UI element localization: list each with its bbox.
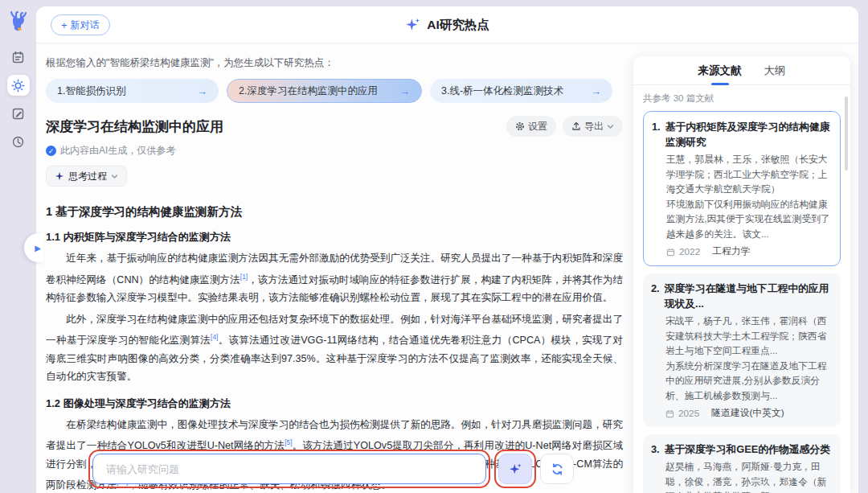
- refresh-icon: [551, 462, 564, 476]
- deer-logo[interactable]: [6, 10, 31, 34]
- reference-card[interactable]: 3.基于深度学习和GEE的作物遥感分类赵昊楠，马海燕，阿斯娅·曼力克，田聪，徐俊…: [643, 434, 841, 493]
- reference-authors: 宋战平，杨子凡，张玉伟，霍润科（西安建筑科技大学土木工程学院；陕西省岩土与地下空…: [651, 314, 833, 359]
- article-heading: 1.1 内积矩阵与深度学习结合的监测方法: [46, 230, 623, 244]
- sidebar-item-history[interactable]: [7, 131, 30, 152]
- article-heading: 1.2 图像处理与深度学习结合的监测方法: [46, 396, 623, 411]
- regenerate-button[interactable]: [540, 454, 574, 484]
- research-question-input[interactable]: [92, 454, 486, 484]
- reference-title: 基于深度学习和GEE的作物遥感分类: [665, 442, 830, 457]
- history-clock-icon: [11, 135, 25, 149]
- reference-title: 深度学习在隧道与地下工程中的应用现状及...: [665, 281, 833, 311]
- calendar-icon: [665, 409, 674, 418]
- reference-title: 基于内积矩阵及深度学习的结构健康监测研究: [665, 119, 832, 150]
- article-heading: 1 基于深度学习的结构健康监测新方法: [46, 204, 623, 220]
- article-body: 1 基于深度学习的结构健康监测新方法1.1 内积矩阵与深度学习结合的监测方法近年…: [46, 204, 623, 493]
- sources-panel: 来源文献 大纲 共参考 30 篇文献 1.基于内积矩阵及深度学习的结构健康监测研…: [633, 56, 850, 493]
- chevron-down-icon: [111, 173, 118, 180]
- hotspot-sun-icon: [11, 79, 25, 92]
- generate-button[interactable]: [498, 454, 532, 484]
- thinking-process-button[interactable]: 思考过程: [46, 166, 127, 187]
- tab-source-literature[interactable]: 来源文献: [698, 56, 742, 85]
- page-title: AI研究热点: [427, 17, 489, 34]
- plus-icon: +: [61, 19, 68, 31]
- note-edit-icon: [11, 107, 25, 121]
- reference-journal: 隧道建设(中英文): [711, 407, 784, 420]
- topic-pill[interactable]: 2.深度学习在结构监测中的应用→: [227, 79, 422, 103]
- reference-authors: 赵昊楠，马海燕，阿斯娅·曼力克，田聪，徐俊，潘竞，孙宗玖，郑逢令（新疆农业大学草…: [651, 459, 833, 493]
- arrow-right-icon: →: [197, 85, 207, 97]
- title-sparkle-icon: [405, 17, 421, 33]
- reference-year: 2022: [679, 246, 700, 257]
- reference-year: 2025: [678, 408, 699, 419]
- reference-card[interactable]: 1.基于内积矩阵及深度学习的结构健康监测研究王慧，郭晨林，王乐，张敏照（长安大学…: [643, 111, 841, 266]
- intro-text: 根据您输入的"智能桥梁结构健康监测"，为您生成以下研究热点：: [46, 56, 623, 70]
- sparkle-icon: [509, 462, 522, 476]
- sidebar-item-journal[interactable]: [7, 47, 30, 68]
- reference-authors: 王慧，郭晨林，王乐，张敏照（长安大学理学院；西北工业大学航空学院；上海交通大学航…: [652, 152, 832, 197]
- check-circle-icon: ✓: [46, 146, 56, 156]
- citation-link[interactable]: [5]: [285, 438, 292, 446]
- sparkle-icon: [55, 171, 64, 181]
- settings-button[interactable]: 设置: [506, 116, 556, 137]
- topic-pill[interactable]: 3.线-桥一体化检测监测技术→: [430, 79, 612, 103]
- article-paragraph: 近年来，基于振动响应的结构健康监测方法因其无需外部激励的优势受到广泛关注。研究人…: [46, 249, 623, 307]
- arrow-right-icon: →: [591, 85, 601, 97]
- reference-count: 共参考 30 篇文献: [643, 92, 841, 105]
- citation-link[interactable]: [4]: [211, 333, 218, 341]
- ai-generated-note: ✓ 此内容由AI生成，仅供参考: [46, 144, 623, 158]
- app-header: + 新对话 AI研究热点: [36, 6, 858, 43]
- export-button[interactable]: 导出: [563, 116, 623, 137]
- citation-link[interactable]: [1]: [240, 273, 248, 281]
- new-chat-button[interactable]: + 新对话: [51, 14, 110, 35]
- reference-abstract: 环境激励下仅利用振动响应的结构健康监测方法,因其便于实现在线监测受到了越来越多的…: [652, 197, 832, 242]
- reference-list: 1.基于内积矩阵及深度学习的结构健康监测研究王慧，郭晨林，王乐，张敏照（长安大学…: [643, 111, 841, 493]
- journal-icon: [11, 51, 25, 64]
- article-paragraph: 此外，深度学习在结构健康监测中的应用还包括对复杂环境下的数据处理。例如，针对海洋…: [46, 310, 623, 386]
- gear-icon: [515, 121, 525, 131]
- chevron-down-icon: [607, 123, 614, 130]
- export-icon: [571, 121, 581, 131]
- panel-scrollbar[interactable]: [845, 97, 848, 170]
- topic-list: 1.智能损伤识别→2.深度学习在结构监测中的应用→3.线-桥一体化检测监测技术→: [46, 79, 623, 103]
- sidebar-item-hotspots[interactable]: [7, 75, 30, 96]
- reference-card[interactable]: 2.深度学习在隧道与地下工程中的应用现状及...宋战平，杨子凡，张玉伟，霍润科（…: [643, 273, 841, 427]
- reference-journal: 工程力学: [712, 245, 750, 258]
- topic-pill[interactable]: 1.智能损伤识别→: [46, 79, 219, 103]
- document-title: 深度学习在结构监测中的应用: [46, 117, 223, 136]
- calendar-icon: [666, 248, 675, 257]
- arrow-right-icon: →: [399, 85, 410, 97]
- tab-outline[interactable]: 大纲: [764, 56, 786, 85]
- main-content: 根据您输入的"智能桥梁结构健康监测"，为您生成以下研究热点： 1.智能损伤识别→…: [46, 56, 623, 493]
- reference-abstract: 为系统分析深度学习在隧道及地下工程中的应用研究进展,分别从参数反演分析、施工机械…: [651, 359, 833, 404]
- sidebar-item-notes[interactable]: [7, 103, 30, 124]
- play-arrow-icon: ▶: [35, 244, 41, 253]
